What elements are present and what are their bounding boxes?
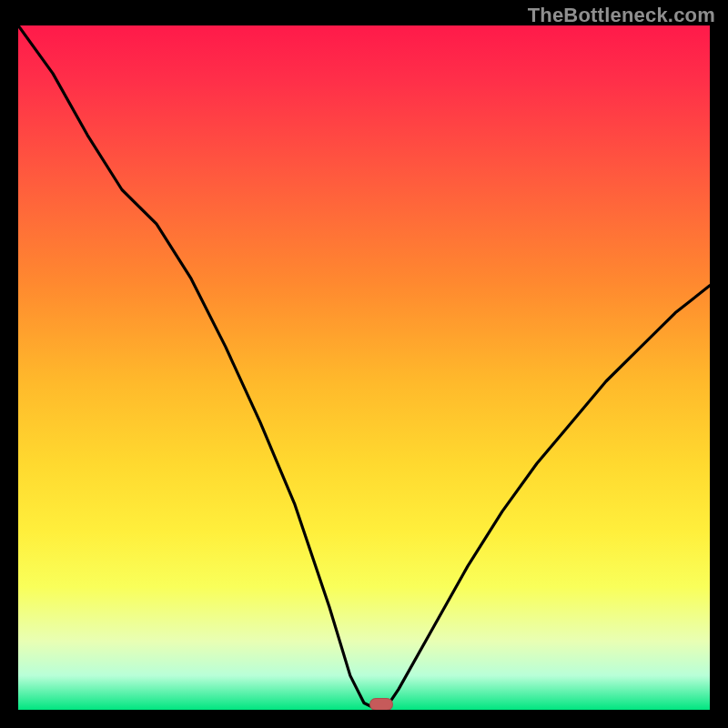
chart-frame: TheBottleneck.com bbox=[0, 0, 728, 728]
curve-path bbox=[18, 25, 710, 710]
optimum-marker bbox=[369, 698, 393, 710]
watermark-label: TheBottleneck.com bbox=[528, 4, 715, 27]
bottleneck-curve bbox=[18, 25, 710, 710]
plot-area bbox=[18, 25, 710, 710]
